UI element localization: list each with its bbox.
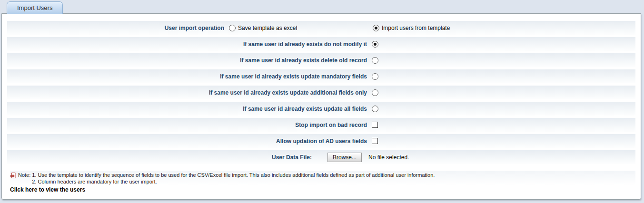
row-user-import-operation: User import operation Save template as e…	[7, 21, 635, 37]
allow-ad-updation-label: Allow updation of AD users fields	[7, 138, 367, 145]
row-stop-import: Stop import on bad record	[7, 118, 635, 134]
note-lines: 1. Use the template to identify the sequ…	[32, 172, 435, 185]
radio-save-template[interactable]	[229, 25, 236, 31]
note-block: Note: 1. Use the template to identify th…	[10, 171, 635, 185]
delete-old-record-label: If same user id already exists delete ol…	[7, 57, 367, 64]
radio-import-from-template-label[interactable]: Import users from template	[382, 25, 450, 31]
checkbox-stop-import[interactable]	[372, 122, 378, 128]
tab-import-users[interactable]: Import Users	[7, 1, 63, 14]
tab-label: Import Users	[17, 4, 52, 11]
update-all-fields-label: If same user id already exists update al…	[7, 106, 367, 112]
row-do-not-modify: If same user id already exists do not mo…	[7, 37, 635, 53]
row-update-all-fields: If same user id already exists update al…	[7, 102, 635, 118]
note-icon	[10, 172, 17, 179]
radio-import-from-template[interactable]	[373, 25, 379, 31]
note-line-1: 1. Use the template to identify the sequ…	[32, 172, 435, 178]
row-delete-old-record: If same user id already exists delete ol…	[7, 53, 635, 69]
user-import-operation-label: User import operation	[7, 25, 224, 31]
radio-update-mandatory-fields[interactable]	[372, 73, 378, 80]
user-data-file-label: User Data File:	[7, 154, 312, 161]
update-mandatory-fields-label: If same user id already exists update ma…	[7, 73, 367, 80]
checkbox-allow-ad-updation[interactable]	[372, 138, 378, 144]
radio-delete-old-record[interactable]	[372, 57, 378, 64]
stop-import-label: Stop import on bad record	[7, 122, 367, 128]
browse-button[interactable]: Browse...	[327, 153, 362, 162]
import-users-form: User import operation Save template as e…	[7, 21, 635, 193]
note-line-2: 2. Column headers are mandatory for the …	[32, 178, 435, 185]
radio-update-additional-fields[interactable]	[372, 89, 378, 96]
row-update-mandatory-fields: If same user id already exists update ma…	[7, 69, 635, 86]
note-prefix: Note:	[18, 172, 30, 178]
import-users-panel: User import operation Save template as e…	[1, 13, 641, 200]
file-status-text: No file selected.	[368, 154, 409, 161]
row-user-data-file: User Data File: Browse... No file select…	[7, 150, 635, 166]
row-update-additional-fields: If same user id already exists update ad…	[7, 86, 635, 102]
option-import-from-template: Import users from template	[373, 25, 450, 31]
update-additional-fields-label: If same user id already exists update ad…	[7, 89, 367, 96]
do-not-modify-label: If same user id already exists do not mo…	[7, 41, 367, 48]
view-users-link[interactable]: Click here to view the users	[10, 186, 85, 193]
radio-update-all-fields[interactable]	[372, 106, 378, 112]
radio-save-template-label[interactable]: Save template as excel	[238, 25, 297, 31]
row-allow-ad-updation: Allow updation of AD users fields	[7, 134, 635, 150]
radio-do-not-modify[interactable]	[372, 41, 378, 48]
